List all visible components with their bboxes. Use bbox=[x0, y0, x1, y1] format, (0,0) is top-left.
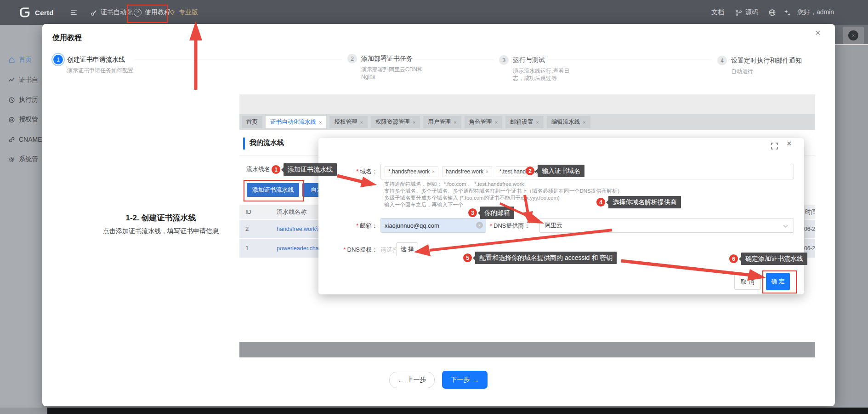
demo-header-strip bbox=[239, 94, 815, 114]
callout-3-label: 你的邮箱 bbox=[480, 207, 514, 219]
step-3: 3 运行与测试 演示流水线运行,查看日志，成功后跳过等 bbox=[499, 55, 578, 82]
question-icon: ? bbox=[134, 9, 142, 17]
sidebar-item-history[interactable]: 执行历 bbox=[0, 92, 42, 108]
app-window: Certd 证书自动化 ? 使用教程 专业版 文档 源码 您好，admin bbox=[0, 0, 868, 414]
sidebar-item-cert[interactable]: 证书自 bbox=[0, 72, 42, 88]
right-arrow-icon: → bbox=[473, 376, 479, 384]
cancel-button[interactable]: 取 消 bbox=[734, 274, 761, 290]
brand-name: Certd bbox=[35, 0, 54, 25]
domain-input[interactable]: *.handsfree.work× handsfree.work× *.test… bbox=[380, 164, 794, 179]
step-title: 运行与测试 bbox=[513, 55, 578, 65]
cell-id: 2 bbox=[245, 220, 249, 238]
sidebar-item-home[interactable]: 首页 bbox=[0, 52, 42, 68]
demo-tab-auth[interactable]: 授权管理× bbox=[329, 116, 367, 128]
sidebar-item-system[interactable]: 系统管 bbox=[0, 151, 42, 167]
add-pipeline-button[interactable]: 添加证书流水线 bbox=[247, 183, 299, 197]
gear-icon bbox=[8, 156, 15, 163]
tutorial-close-icon[interactable]: × bbox=[815, 28, 821, 38]
tab-label: 用户管理 bbox=[428, 118, 451, 126]
demo-tab-permission[interactable]: 权限资源管理× bbox=[371, 116, 420, 128]
bottom-left-strip bbox=[0, 408, 47, 414]
link-icon bbox=[8, 136, 15, 143]
demo-page-title: 我的流水线 bbox=[250, 138, 284, 147]
step-connector bbox=[134, 59, 342, 59]
domain-help-1: 支持通配符域名，例如： *.foo.com 、 *.test.handsfree… bbox=[384, 181, 524, 188]
demo-tab-home[interactable]: 首页 bbox=[242, 116, 262, 128]
user-greeting[interactable]: 您好，admin bbox=[797, 0, 868, 25]
dns-auth-select-button[interactable]: 选 择 bbox=[396, 242, 418, 256]
bottom-dark-bar bbox=[47, 408, 868, 414]
tab-close-icon[interactable]: × bbox=[319, 120, 322, 125]
domain-help-3: 多级子域名要分成多个域名输入 (*.foo.com的证书不能用于xxx.yyy.… bbox=[384, 195, 560, 201]
diamond-icon bbox=[169, 9, 176, 16]
fullscreen-icon[interactable] bbox=[771, 143, 778, 150]
theme-toggle-button[interactable]: × bbox=[843, 27, 864, 44]
demo-tab-users[interactable]: 用户管理× bbox=[423, 116, 461, 128]
tab-close-icon[interactable]: × bbox=[454, 120, 456, 125]
prev-step-button[interactable]: ← 上一步 bbox=[389, 372, 435, 388]
callout-2-label: 输入证书域名 bbox=[538, 165, 584, 177]
nav-item-pro[interactable]: 专业版 bbox=[169, 0, 198, 25]
tab-close-icon[interactable]: × bbox=[583, 120, 585, 125]
pipeline-link[interactable]: powerleader.chat bbox=[277, 239, 320, 258]
home-icon bbox=[8, 57, 15, 63]
clock-icon bbox=[8, 97, 15, 104]
step-number: 3 bbox=[499, 55, 509, 65]
nav-item-cert-automation[interactable]: 证书自动化 bbox=[91, 0, 133, 25]
col-name: 流水线名称 bbox=[277, 205, 306, 219]
ok-button[interactable]: 确 定 bbox=[766, 273, 790, 290]
tag-close-icon[interactable]: × bbox=[432, 169, 435, 174]
tutorial-note-desc: 点击添加证书流水线，填写证书申请信息 bbox=[76, 227, 246, 236]
collapse-menu-icon[interactable] bbox=[70, 0, 78, 25]
step-desc: 自动运行 bbox=[731, 68, 823, 75]
step-4: 4 设置定时执行和邮件通知 自动运行 bbox=[717, 56, 823, 75]
dns-provider-select[interactable]: 阿里云 bbox=[539, 218, 794, 233]
nav-link-source[interactable]: 源码 bbox=[735, 0, 758, 25]
required-mark: * bbox=[356, 222, 358, 229]
nav-item-label: 专业版 bbox=[179, 8, 198, 17]
step-2: 2 添加部署证书任务 演示部署到阿里云CDN和Nginx bbox=[347, 54, 434, 80]
domain-tag: *.handsfree.work× bbox=[385, 166, 438, 177]
next-step-button[interactable]: 下一步 → bbox=[442, 371, 488, 389]
demo-tab-roles[interactable]: 角色管理× bbox=[465, 116, 502, 128]
sidebar-item-cname[interactable]: CNAME bbox=[0, 132, 42, 147]
step-title: 创建证书申请流水线 bbox=[67, 55, 136, 64]
tab-close-icon[interactable]: × bbox=[360, 120, 363, 125]
dialog-close-icon[interactable]: × bbox=[787, 139, 792, 149]
demo-tab-email[interactable]: 邮箱设置× bbox=[505, 116, 543, 128]
tab-label: 证书自动化流水线 bbox=[270, 118, 316, 126]
step-number: 2 bbox=[347, 54, 357, 63]
callout-6-badge: 6 bbox=[729, 254, 738, 263]
sidebar-item-label: 首页 bbox=[19, 56, 32, 64]
nav-item-tutorial[interactable]: ? 使用教程 bbox=[134, 0, 170, 25]
nav-item-label: 使用教程 bbox=[145, 8, 170, 17]
language-globe-icon[interactable] bbox=[768, 0, 776, 25]
tag-close-icon[interactable]: × bbox=[486, 169, 488, 174]
step-desc: 演示流水线运行,查看日志，成功后跳过等 bbox=[513, 67, 578, 82]
key-icon bbox=[91, 9, 97, 16]
clear-input-icon[interactable]: × bbox=[476, 222, 483, 229]
tab-close-icon[interactable]: × bbox=[495, 120, 498, 125]
col-time: 时间 bbox=[805, 205, 815, 219]
tab-close-icon[interactable]: × bbox=[536, 120, 539, 125]
required-mark: * bbox=[356, 168, 358, 175]
pipeline-name-filter-label: 流水线名 bbox=[246, 165, 270, 173]
demo-dim-strip bbox=[239, 342, 815, 357]
divider bbox=[835, 44, 868, 45]
callout-6-label: 确定添加证书流水线 bbox=[741, 253, 807, 265]
dns-auth-label: *DNS授权： bbox=[322, 246, 378, 254]
tab-close-icon[interactable]: × bbox=[413, 120, 415, 125]
sidebar-item-auth[interactable]: 授权管 bbox=[0, 112, 42, 127]
nav-link-label: 文档 bbox=[711, 8, 724, 17]
select-value: 阿里云 bbox=[545, 221, 562, 230]
sparkles-icon[interactable] bbox=[783, 0, 791, 25]
callout-3-badge: 3 bbox=[468, 208, 477, 217]
demo-tab-pipelines[interactable]: 证书自动化流水线× bbox=[266, 116, 326, 128]
callout-1-label: 添加证书流水线 bbox=[284, 163, 337, 176]
demo-tab-edit-pipeline[interactable]: 编辑流水线× bbox=[547, 116, 590, 128]
pipeline-link[interactable]: handsfree.work证 bbox=[277, 220, 322, 238]
sidebar-item-label: 证书自 bbox=[19, 76, 38, 84]
col-id: ID bbox=[245, 205, 251, 219]
email-field[interactable]: xiaojunnuo@qq.com bbox=[380, 218, 486, 233]
nav-link-docs[interactable]: 文档 bbox=[711, 0, 724, 25]
